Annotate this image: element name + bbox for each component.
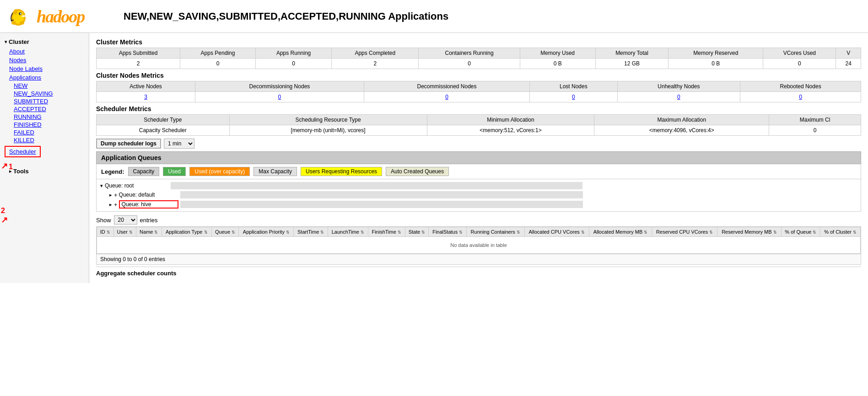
th-start-time[interactable]: StartTime ⇅ xyxy=(294,227,328,237)
sidebar-item-new-saving[interactable]: NEW_SAVING xyxy=(9,90,89,97)
queue-hive-row[interactable]: ▸ + Queue: hive xyxy=(98,199,859,209)
queue-hive-bar xyxy=(180,201,583,208)
th-reserved-mem-label: Reserved Memory MB xyxy=(722,229,771,235)
th-user[interactable]: User ⇅ xyxy=(113,227,136,237)
col-decommissioned-nodes: Decommissioned Nodes xyxy=(364,81,529,92)
val-v: 24 xyxy=(836,59,861,69)
data-table: ID ⇅ User ⇅ Name ⇅ Application Type xyxy=(97,227,861,254)
queue-root-name: Queue: root xyxy=(105,182,169,189)
th-app-type[interactable]: Application Type ⇅ xyxy=(162,227,211,237)
sidebar-item-new[interactable]: NEW xyxy=(9,82,89,90)
th-finish-time[interactable]: FinishTime ⇅ xyxy=(368,227,405,237)
val-apps-completed: 2 xyxy=(332,59,419,69)
th-launch-time[interactable]: LaunchTime ⇅ xyxy=(328,227,368,237)
val-decommissioning-nodes[interactable]: 0 xyxy=(195,92,364,102)
th-app-priority[interactable]: Application Priority ⇅ xyxy=(239,227,294,237)
sidebar: ▾ Cluster About Nodes Node Labels Applic… xyxy=(0,33,89,283)
col-apps-running: Apps Running xyxy=(255,48,331,59)
sidebar-item-node-labels[interactable]: Node Labels xyxy=(5,64,89,73)
th-pct-cluster[interactable]: % of Cluster ⇅ xyxy=(820,227,861,237)
val-decommissioned-nodes[interactable]: 0 xyxy=(364,92,529,102)
th-state-sort-icon: ⇅ xyxy=(421,230,425,235)
th-finish-time-sort-icon: ⇅ xyxy=(398,230,401,235)
th-app-type-label: Application Type xyxy=(166,229,203,235)
val-apps-running: 0 xyxy=(255,59,331,69)
dump-logs-interval-select[interactable]: 1 min 5 min 10 min xyxy=(164,139,194,149)
th-alloc-mem[interactable]: Allocated Memory MB ⇅ xyxy=(589,227,652,237)
th-alloc-cpu-label: Allocated CPU VCores xyxy=(528,229,579,235)
col-memory-reserved: Memory Reserved xyxy=(669,48,763,59)
queue-default-name: Queue: default xyxy=(119,192,178,198)
th-final-status[interactable]: FinalStatus ⇅ xyxy=(429,227,467,237)
header: hadoop NEW,NEW_SAVING,SUBMITTED,ACCEPTED… xyxy=(0,0,868,33)
queue-default-row[interactable]: ▸ + Queue: default xyxy=(98,190,859,199)
entries-select[interactable]: 10 20 50 100 xyxy=(114,215,137,225)
th-alloc-cpu[interactable]: Allocated CPU VCores ⇅ xyxy=(524,227,589,237)
th-reserved-mem-sort-icon: ⇅ xyxy=(773,230,777,235)
th-alloc-mem-sort-icon: ⇅ xyxy=(644,230,647,235)
val-apps-pending: 0 xyxy=(180,59,255,69)
val-max-cl: 0 xyxy=(769,125,861,136)
cluster-arrow-icon: ▾ xyxy=(5,39,7,44)
cluster-label: Cluster xyxy=(9,38,29,45)
th-running-containers-sort-icon: ⇅ xyxy=(517,230,520,235)
queue-root-bar xyxy=(171,182,582,189)
aggregate-label: Aggregate scheduler counts xyxy=(96,267,861,279)
cluster-metrics-table: Apps Submitted Apps Pending Apps Running… xyxy=(96,48,861,69)
col-apps-completed: Apps Completed xyxy=(332,48,419,59)
val-rebooted-nodes[interactable]: 0 xyxy=(740,92,861,102)
sidebar-item-finished[interactable]: FINISHED xyxy=(9,121,89,128)
sidebar-tools-title[interactable]: ▸ Tools xyxy=(5,166,89,177)
sidebar-item-killed[interactable]: KILLED xyxy=(9,136,89,144)
th-final-status-sort-icon: ⇅ xyxy=(459,230,463,235)
th-reserved-mem[interactable]: Reserved Memory MB ⇅ xyxy=(717,227,781,237)
queue-default-plus: + xyxy=(114,192,118,198)
th-state[interactable]: State ⇅ xyxy=(405,227,429,237)
sidebar-item-about[interactable]: About xyxy=(5,47,89,56)
sidebar-item-accepted[interactable]: ACCEPTED xyxy=(9,105,89,113)
th-name-sort-icon: ⇅ xyxy=(154,230,158,235)
th-reserved-cpu[interactable]: Reserved CPU VCores ⇅ xyxy=(652,227,717,237)
annotation-2: 2 ↗ xyxy=(1,207,8,225)
th-running-containers-label: Running Containers xyxy=(471,229,515,235)
sidebar-item-applications[interactable]: Applications xyxy=(5,73,89,82)
col-scheduler-type: Scheduler Type xyxy=(97,115,230,125)
annotation-1: ↗ 1 xyxy=(1,161,13,171)
sidebar-item-failed[interactable]: FAILED xyxy=(9,128,89,136)
legend-label: Legend: xyxy=(101,168,124,175)
th-id-sort-icon: ⇅ xyxy=(107,230,110,235)
val-memory-used: 0 B xyxy=(520,59,595,69)
th-queue[interactable]: Queue ⇅ xyxy=(211,227,239,237)
val-apps-submitted: 2 xyxy=(97,59,180,69)
sidebar-item-scheduler[interactable]: Scheduler xyxy=(9,148,36,155)
th-pct-queue[interactable]: % of Queue ⇅ xyxy=(781,227,820,237)
th-pct-queue-sort-icon: ⇅ xyxy=(813,230,816,235)
svg-point-4 xyxy=(14,9,17,15)
cluster-nodes-table: Active Nodes Decommissioning Nodes Decom… xyxy=(96,81,861,102)
dump-logs-button[interactable]: Dump scheduler logs xyxy=(96,139,161,149)
val-lost-nodes[interactable]: 0 xyxy=(530,92,617,102)
queue-hive-plus: + xyxy=(114,201,118,208)
queue-root-row[interactable]: ▾ Queue: root xyxy=(98,181,859,190)
col-max-allocation: Maximum Allocation xyxy=(594,115,769,125)
th-id[interactable]: ID ⇅ xyxy=(97,227,114,237)
legend-row: Legend: Capacity Used Used (over capacit… xyxy=(96,164,861,179)
col-apps-submitted: Apps Submitted xyxy=(97,48,180,59)
th-name[interactable]: Name ⇅ xyxy=(136,227,162,237)
sidebar-scheduler-box[interactable]: Scheduler xyxy=(5,146,41,157)
sidebar-item-nodes[interactable]: Nodes xyxy=(5,56,89,64)
sidebar-item-running[interactable]: RUNNING xyxy=(9,113,89,121)
legend-capacity: Capacity xyxy=(128,167,160,176)
val-unhealthy-nodes[interactable]: 0 xyxy=(617,92,740,102)
val-max-allocation: <memory:4096, vCores:4> xyxy=(594,125,769,136)
sidebar-cluster-title[interactable]: ▾ Cluster xyxy=(0,37,89,47)
sidebar-cluster-section: ▾ Cluster About Nodes Node Labels Applic… xyxy=(0,37,89,159)
legend-auto-created: Auto Created Queues xyxy=(386,167,449,176)
th-running-containers[interactable]: Running Containers ⇅ xyxy=(466,227,524,237)
cluster-metrics-title: Cluster Metrics xyxy=(96,38,861,46)
val-active-nodes[interactable]: 3 xyxy=(97,92,195,102)
th-pct-cluster-sort-icon: ⇅ xyxy=(853,230,857,235)
sidebar-item-submitted[interactable]: SUBMITTED xyxy=(9,97,89,105)
th-alloc-cpu-sort-icon: ⇅ xyxy=(581,230,585,235)
logo-container: hadoop xyxy=(9,4,110,29)
